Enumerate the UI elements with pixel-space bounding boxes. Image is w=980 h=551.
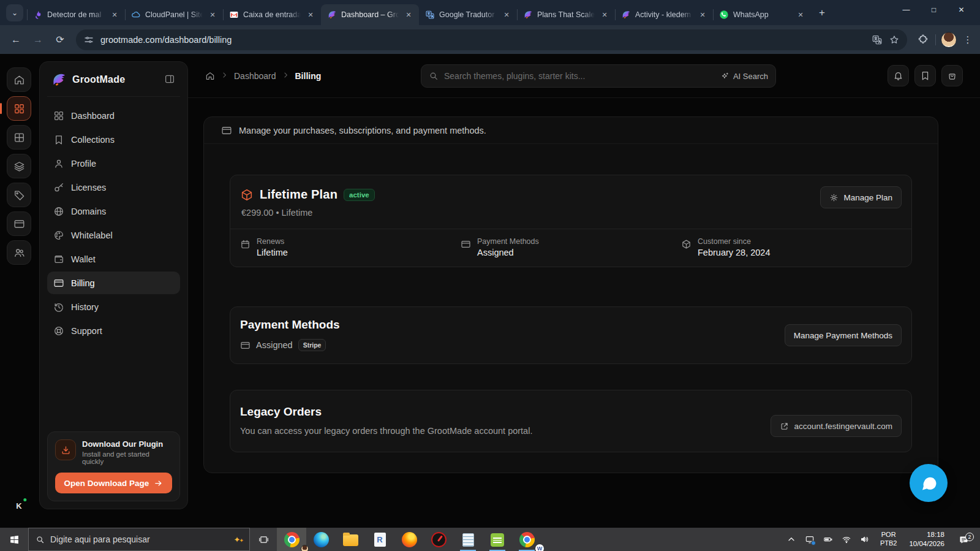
sidebar-item-support[interactable]: Support	[47, 319, 180, 342]
bookmark-icon	[920, 70, 930, 81]
sidebar-item-label: Domains	[71, 207, 106, 216]
taskbar-app-chrome-pwa[interactable]: W	[512, 528, 541, 551]
tab-title: Caixa de entrada	[243, 10, 301, 19]
tray-volume-icon[interactable]	[857, 528, 873, 551]
plan-price: €299.00 • Lifetime	[241, 208, 902, 218]
browser-profile-avatar[interactable]	[941, 32, 957, 48]
address-bar[interactable]	[76, 29, 907, 50]
taskbar-app-firefox[interactable]	[394, 528, 424, 551]
taskbar-app-chrome[interactable]	[277, 528, 306, 551]
sidebar-item-dashboard[interactable]: Dashboard	[47, 104, 180, 127]
manage-plan-button[interactable]: Manage Plan	[820, 186, 902, 208]
tab-whatsapp[interactable]: WhatsApp ✕	[713, 4, 811, 25]
avatar-initial: K	[16, 501, 21, 511]
close-icon[interactable]: ✕	[109, 9, 120, 20]
tray-wifi-icon[interactable]	[839, 528, 854, 551]
taskbar-app-file-explorer[interactable]	[336, 528, 365, 551]
breadcrumb-dashboard[interactable]: Dashboard	[234, 71, 276, 81]
global-search[interactable]: AI Search	[421, 64, 776, 88]
tab-gmail[interactable]: Caixa de entrada ✕	[223, 4, 321, 25]
forward-button[interactable]: →	[28, 30, 48, 50]
credit-card-icon	[240, 340, 251, 351]
search-input[interactable]	[444, 71, 715, 81]
tab-translate[interactable]: Google Tradutor ✕	[419, 4, 517, 25]
rail-collections-button[interactable]	[7, 154, 31, 178]
sidebar-item-profile[interactable]: Profile	[47, 152, 180, 175]
open-download-page-button[interactable]: Open Download Page	[55, 473, 172, 493]
legacy-portal-link-button[interactable]: account.festingervault.com	[771, 415, 902, 437]
rail-dashboard-button[interactable]	[7, 96, 31, 121]
sidebar-item-licenses[interactable]: Licenses	[47, 176, 180, 199]
sidebar-collapse-icon[interactable]	[164, 74, 176, 86]
taskbar-search-input[interactable]	[50, 534, 228, 544]
stat-value: February 28, 2024	[698, 248, 771, 257]
user-icon	[53, 158, 64, 169]
close-icon[interactable]: ✕	[599, 9, 610, 20]
close-icon[interactable]: ✕	[501, 9, 512, 20]
close-window-button[interactable]: ✕	[948, 0, 975, 20]
stripe-badge: Stripe	[298, 339, 326, 351]
taskbar-search[interactable]: ✦✦	[28, 528, 250, 551]
close-icon[interactable]: ✕	[795, 9, 806, 20]
action-center-button[interactable]: 2	[952, 534, 975, 545]
saved-items-button[interactable]	[914, 65, 936, 86]
user-avatar[interactable]: K	[16, 501, 21, 511]
url-input[interactable]	[100, 35, 865, 45]
maximize-button[interactable]: □	[920, 0, 948, 20]
online-status-dot	[23, 497, 28, 503]
language-indicator[interactable]: POR PTB2	[875, 531, 902, 548]
taskbar-app-notepad-plus[interactable]	[483, 528, 512, 551]
task-view-button[interactable]	[250, 528, 277, 551]
sidebar-item-history[interactable]: History	[47, 295, 180, 318]
sidebar-item-wallet[interactable]: Wallet	[47, 248, 180, 270]
close-icon[interactable]: ✕	[305, 9, 316, 20]
close-icon[interactable]: ✕	[403, 9, 414, 20]
arrow-right-icon	[154, 479, 163, 488]
home-icon[interactable]	[205, 71, 215, 81]
grootmade-icon	[523, 10, 533, 20]
rail-users-button[interactable]	[7, 240, 31, 265]
sidebar-item-domains[interactable]: Domains	[47, 200, 180, 222]
sidebar-item-billing[interactable]: Billing	[47, 272, 180, 294]
translate-icon[interactable]	[872, 34, 883, 45]
taskbar-app-notepad[interactable]	[453, 528, 483, 551]
tab-dashboard-active[interactable]: Dashboard – Gro ✕	[321, 4, 419, 25]
ai-search-button[interactable]: AI Search	[720, 72, 768, 81]
minimize-button[interactable]: —	[892, 0, 920, 20]
manage-payment-methods-button[interactable]: Manage Payment Methods	[785, 324, 902, 346]
site-settings-icon[interactable]	[83, 34, 94, 45]
taskbar-app-r-document[interactable]: R	[365, 528, 394, 551]
sidebar: GrootMade Dashboard Collections Profile …	[39, 61, 188, 509]
tray-chevron-up-icon[interactable]	[783, 528, 799, 551]
chat-widget-button[interactable]	[910, 464, 948, 502]
bookmark-star-icon[interactable]	[889, 34, 900, 45]
close-icon[interactable]: ✕	[207, 9, 218, 20]
browser-menu-icon[interactable]: ⋮	[962, 34, 974, 45]
back-button[interactable]: ←	[6, 30, 26, 50]
taskbar-app-edge[interactable]	[306, 528, 336, 551]
taskbar-app-dial[interactable]	[424, 528, 453, 551]
tab-activity[interactable]: Activity - kledem ✕	[615, 4, 713, 25]
start-button[interactable]	[0, 528, 28, 551]
chevron-right-icon	[221, 71, 228, 81]
tab-cloudpanel[interactable]: CloudPanel | Site ✕	[125, 4, 223, 25]
whatsapp-icon	[719, 10, 729, 20]
tab-plans[interactable]: Plans That Scale ✕	[517, 4, 615, 25]
cart-button[interactable]	[941, 65, 963, 86]
rail-products-button[interactable]	[7, 125, 31, 150]
reload-button[interactable]: ⟳	[50, 30, 70, 50]
extensions-icon[interactable]	[916, 32, 930, 47]
notifications-button[interactable]	[888, 65, 909, 86]
tray-cast-icon[interactable]	[802, 528, 818, 551]
tray-battery-icon[interactable]	[820, 528, 836, 551]
tab-detector[interactable]: Detector de mal ✕	[27, 4, 125, 25]
tab-search-chevron-icon[interactable]: ⌄	[6, 4, 23, 21]
rail-licenses-button[interactable]	[7, 183, 31, 207]
new-tab-button[interactable]: +	[813, 4, 831, 21]
clock[interactable]: 18:18 10/04/2026	[904, 530, 949, 549]
rail-billing-button[interactable]	[7, 211, 31, 236]
sidebar-item-collections[interactable]: Collections	[47, 128, 180, 151]
rail-home-button[interactable]	[7, 67, 31, 92]
close-icon[interactable]: ✕	[697, 9, 708, 20]
sidebar-item-whitelabel[interactable]: Whitelabel	[47, 224, 180, 246]
